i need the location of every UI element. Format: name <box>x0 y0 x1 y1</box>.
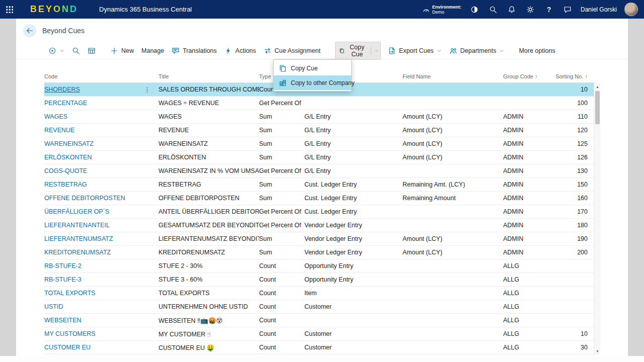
table-row[interactable]: WAGES ⋮ WAGES Sum G/L Entry Amount (LCY)… <box>44 110 594 124</box>
table-row[interactable]: LIEFERANTENANTEIL ⋮ GESAMTUMSATZ DER BEY… <box>44 219 594 232</box>
table-row[interactable]: CUSTOMER EU ⋮ CUSTOMER EU 🤑 Count Custom… <box>44 341 594 354</box>
table-row[interactable]: LIEFERANTENUMSATZ ⋮ LIEFERANTENUMSATZ BE… <box>44 232 594 246</box>
code-link[interactable]: RESTBETRAG <box>44 181 87 188</box>
app-title-link[interactable]: Dynamics 365 Business Central <box>99 6 192 13</box>
user-avatar[interactable] <box>624 3 638 16</box>
translations-button[interactable]: Translations <box>172 47 217 55</box>
menu-item-copy-cue[interactable]: Copy Cue <box>274 61 351 75</box>
user-name[interactable]: Daniel Gorski <box>581 6 617 13</box>
search-icon <box>489 6 497 14</box>
table-row[interactable]: RESTBETRAG ⋮ RESTBETRAG Sum Cust. Ledger… <box>44 178 594 192</box>
share-button[interactable] <box>563 45 574 56</box>
table-row[interactable]: RB-STUFE-3 ⋮ STUFE 3 - 60% Count Opportu… <box>44 273 594 287</box>
code-link[interactable]: KREDITORENUMSATZ <box>44 249 111 256</box>
analysis-mode-button[interactable] <box>88 47 96 55</box>
more-options-button[interactable]: More options <box>519 47 555 54</box>
manage-button[interactable]: Manage <box>141 47 164 54</box>
menu-item-label: Copy Cue <box>291 65 317 72</box>
new-button[interactable]: New <box>110 47 134 55</box>
list-search-button[interactable] <box>72 47 80 55</box>
table-row[interactable]: WARENEINSATZ ⋮ WARENEINSATZ Sum G/L Entr… <box>44 137 594 151</box>
row-context-menu-icon[interactable]: ⋮ <box>140 86 154 94</box>
code-link[interactable]: RB-STUFE-2 <box>44 262 82 269</box>
environment-label: Environment: <box>432 5 461 10</box>
table-row[interactable]: MY CUSTOMERS ⋮ MY CUSTOMER ☝ Count Custo… <box>44 327 594 341</box>
bookmark-button[interactable] <box>555 25 567 36</box>
copy-cue-button[interactable]: Copy Cue <box>335 42 381 60</box>
cell-title: ERLÖSKONTEN <box>158 154 259 161</box>
vertical-scrollbar[interactable]: ▲ ▼ <box>594 83 600 355</box>
environment-value: Demo <box>432 10 461 15</box>
code-link[interactable]: USTID <box>44 303 63 310</box>
cell-title: STUFE 2 - 30% <box>158 262 259 269</box>
dynamics-365-button[interactable] <box>469 4 480 15</box>
environment-badge[interactable]: Environment: Demo <box>423 5 461 15</box>
top-app-bar: BEYOND Dynamics 365 Business Central Env… <box>0 0 644 19</box>
column-header-title[interactable]: Title <box>158 73 259 79</box>
open-in-new-window-button[interactable] <box>573 25 584 36</box>
table-row[interactable]: USTID ⋮ UNTERNEHMEN OHNE USTID Count Cus… <box>44 300 594 314</box>
code-link[interactable]: OFFENE DEBITORPOSTEN <box>44 195 125 202</box>
feedback-button[interactable] <box>562 4 573 15</box>
code-link[interactable]: ÜBERFÄLLIGER OP´S <box>44 208 109 215</box>
scroll-up-arrow-icon[interactable]: ▲ <box>594 83 601 90</box>
table-row[interactable]: PERCENTAGE ⋮ WAGES ÷ REVENUE Get Percent… <box>44 97 594 110</box>
cue-assignment-button[interactable]: Cue Assignment <box>264 47 320 55</box>
cell-group-code: ALLG <box>503 317 551 324</box>
view-selector-button[interactable] <box>48 47 64 55</box>
back-button[interactable] <box>23 24 36 37</box>
table-row[interactable]: ERLÖSKONTEN ⋮ ERLÖSKONTEN Sum G/L Entry … <box>44 151 594 164</box>
cell-code: PERCENTAGE ⋮ <box>44 100 158 107</box>
filter-button[interactable] <box>582 45 593 56</box>
speech-bubble-icon <box>172 47 180 55</box>
departments-button[interactable]: Departments <box>449 47 505 55</box>
column-header-code[interactable]: Code <box>44 73 158 79</box>
code-link[interactable]: WEBSEITEN <box>44 317 82 324</box>
column-header-sorting-no[interactable]: Sorting No. ↑ <box>551 73 594 79</box>
table-row[interactable]: OFFENE DEBITORPOSTEN ⋮ OFFENE DEBITORPOS… <box>44 192 594 205</box>
table-row[interactable]: KREDITORENUMSATZ ⋮ KREDITORENUMSATZ Sum … <box>44 246 594 259</box>
export-cues-button[interactable]: Export Cues <box>388 47 442 55</box>
split-divider <box>371 47 371 55</box>
code-link[interactable]: RB-STUFE-3 <box>44 276 82 283</box>
column-header-field-name[interactable]: Field Name <box>403 73 503 79</box>
list-view-button[interactable] <box>600 45 611 56</box>
cell-code: WAGES ⋮ <box>44 113 158 120</box>
focus-mode-button[interactable] <box>591 25 602 36</box>
code-link[interactable]: TOTAL EXPORTS <box>44 290 96 297</box>
column-header-group-code[interactable]: Group Code ↑ <box>503 73 551 79</box>
table-row[interactable]: COGS-QUOTE ⋮ WARENEINSATZ IN % VOM UMSAT… <box>44 164 594 178</box>
cell-title: CUSTOMER EU 🤑 <box>158 344 259 351</box>
code-link[interactable]: MY CUSTOMERS <box>44 330 96 337</box>
code-link[interactable]: PERCENTAGE <box>44 100 87 107</box>
table-row[interactable]: REVENUE ⋮ REVENUE Sum G/L Entry Amount (… <box>44 124 594 137</box>
cell-title: LIEFERANTENUMSATZ BEYONDIT <box>158 235 259 242</box>
code-link[interactable]: WAGES <box>44 113 67 120</box>
code-link[interactable]: ERLÖSKONTEN <box>44 154 92 161</box>
actions-button[interactable]: Actions <box>224 47 256 55</box>
menu-item-copy-to-other-company[interactable]: Copy to other Company <box>274 75 351 90</box>
search-icon <box>72 47 80 55</box>
cell-type: Sum <box>259 181 304 188</box>
table-row[interactable]: ÜBERFÄLLIGER OP´S ⋮ ANTEIL ÜBERFÄLLIGER … <box>44 205 594 219</box>
code-link[interactable]: WARENEINSATZ <box>44 140 94 147</box>
table-row[interactable]: RB-STUFE-2 ⋮ STUFE 2 - 30% Count Opportu… <box>44 259 594 273</box>
settings-button[interactable] <box>525 4 536 15</box>
code-link[interactable]: REVENUE <box>44 127 74 134</box>
search-button[interactable] <box>488 4 499 15</box>
cell-group-code: ADMIN <box>503 249 551 256</box>
code-link[interactable]: LIEFERANTENANTEIL <box>44 222 110 229</box>
scroll-down-arrow-icon[interactable]: ▼ <box>594 348 601 354</box>
code-link[interactable]: SHORDERS <box>44 86 80 93</box>
app-launcher-button[interactable] <box>0 0 18 19</box>
table-row[interactable]: WEBSEITEN ⋮ WEBSEITEN ‼📺🤬😵 Count ALLG <box>44 314 594 327</box>
notifications-button[interactable] <box>506 4 517 15</box>
code-link[interactable]: LIEFERANTENUMSATZ <box>44 235 113 242</box>
cell-code: RB-STUFE-2 ⋮ <box>44 262 158 269</box>
code-link[interactable]: CUSTOMER EU <box>44 344 91 351</box>
scrollbar-thumb[interactable] <box>595 91 600 124</box>
table-row[interactable]: TOTAL EXPORTS ⋮ TOTAL EXPORTS Count Item… <box>44 287 594 300</box>
code-link[interactable]: COGS-QUOTE <box>44 167 87 174</box>
help-button[interactable]: ? <box>543 4 554 15</box>
cell-type: Get Percent Of <box>259 100 304 107</box>
